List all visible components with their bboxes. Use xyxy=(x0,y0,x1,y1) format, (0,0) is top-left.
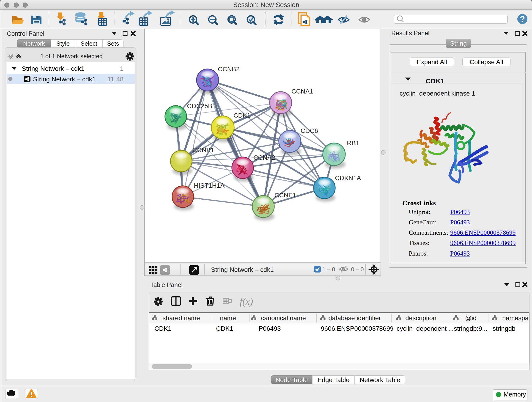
svg-text:CCNB1: CCNB1 xyxy=(192,147,214,153)
svg-text:CCNA1: CCNA1 xyxy=(291,88,313,95)
svg-text:CDK1: CDK1 xyxy=(234,112,251,119)
svg-text:CDKN1A: CDKN1A xyxy=(335,174,361,182)
svg-text:CCNE1: CCNE1 xyxy=(274,191,296,199)
svg-text:CDC25B: CDC25B xyxy=(187,102,212,109)
svg-text:CDC6: CDC6 xyxy=(301,127,318,134)
svg-text:CCNB2: CCNB2 xyxy=(218,65,240,73)
svg-text:RB1: RB1 xyxy=(347,140,359,147)
svg-text:CCNA2: CCNA2 xyxy=(253,154,275,161)
svg-text:HIST1H1A: HIST1H1A xyxy=(194,182,225,189)
